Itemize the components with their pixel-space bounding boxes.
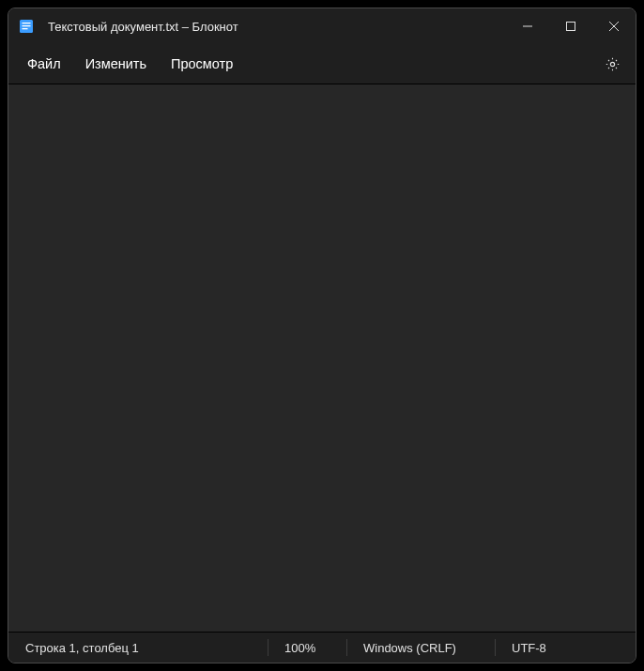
- window-controls: [506, 8, 636, 44]
- desktop-background: Текстовый документ.txt – Блокнот Файл И: [0, 0, 644, 671]
- close-button[interactable]: [592, 8, 636, 44]
- minimize-button[interactable]: [506, 8, 549, 44]
- window-title: Текстовый документ.txt – Блокнот: [48, 20, 506, 34]
- settings-button[interactable]: [596, 48, 628, 80]
- statusbar: Строка 1, столбец 1 100% Windows (CRLF) …: [8, 633, 636, 663]
- status-zoom: 100%: [268, 633, 346, 663]
- svg-rect-3: [23, 28, 28, 29]
- maximize-button[interactable]: [549, 8, 592, 44]
- status-encoding: UTF-8: [495, 633, 636, 663]
- status-position: Строка 1, столбец 1: [8, 633, 268, 663]
- svg-rect-2: [23, 25, 31, 26]
- svg-point-8: [610, 62, 614, 66]
- menu-view[interactable]: Просмотр: [160, 51, 244, 77]
- text-editor[interactable]: [8, 84, 636, 633]
- svg-rect-1: [23, 23, 31, 23]
- svg-rect-5: [567, 23, 575, 31]
- menubar: Файл Изменить Просмотр: [8, 44, 636, 84]
- titlebar[interactable]: Текстовый документ.txt – Блокнот: [8, 8, 636, 44]
- notepad-icon: [18, 18, 35, 35]
- status-line-ending: Windows (CRLF): [346, 633, 495, 663]
- notepad-window: Текстовый документ.txt – Блокнот Файл И: [8, 8, 636, 663]
- menu-edit[interactable]: Изменить: [74, 51, 158, 77]
- menu-file[interactable]: Файл: [16, 51, 72, 77]
